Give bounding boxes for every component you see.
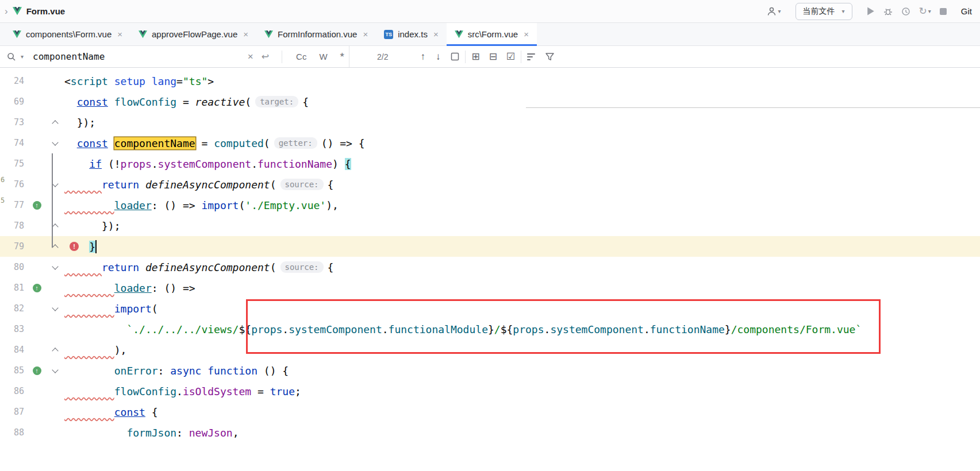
code-line[interactable]: 73 }); — [0, 112, 980, 133]
code-line[interactable]: 77↑ loader: () => import('./Empty.vue'), — [0, 195, 980, 215]
divider — [521, 51, 521, 63]
code-line[interactable]: 80 return defineAsyncComponent(source:{ — [0, 257, 980, 277]
code-line[interactable]: 24<script setup lang="ts"> — [0, 71, 980, 91]
code-text: return defineAsyncComponent(source:{ — [64, 261, 980, 273]
line-number: 82 — [0, 303, 28, 314]
filter-lines-icon[interactable] — [527, 53, 535, 60]
edge-digit: 6 — [1, 176, 5, 184]
find-in-selection-icon[interactable] — [451, 52, 459, 61]
rerun-icon: ↻ — [919, 5, 927, 17]
select-all-occurrences-button[interactable]: ☑ — [506, 51, 515, 63]
run-button[interactable] — [867, 7, 875, 16]
window-chevron-icon: › — [5, 6, 8, 17]
fold-up-icon[interactable] — [52, 223, 58, 230]
line-number: 79 — [0, 241, 28, 252]
editor-tab[interactable]: TSindex.ts× — [376, 23, 446, 45]
match-case-toggle[interactable]: Cc — [291, 52, 311, 61]
code-text: `./../../../views/${props.systemComponen… — [64, 323, 980, 335]
editor-tab[interactable]: approveFlowPage.vue× — [130, 23, 256, 45]
stop-button[interactable] — [940, 8, 947, 15]
collaborate-button[interactable]: ▾ — [767, 7, 781, 16]
close-icon[interactable]: × — [433, 29, 439, 39]
fold-up-icon[interactable] — [52, 244, 58, 250]
code-line[interactable]: 69 const flowConfig = reactive(target:{ — [0, 91, 980, 112]
editor-tab[interactable]: components\Form.vue× — [5, 23, 130, 45]
exclude-occurrence-button[interactable]: ⊟ — [489, 51, 497, 63]
fold-down-icon[interactable] — [52, 304, 58, 311]
tab-label: src\Form.vue — [468, 29, 518, 39]
close-icon[interactable]: × — [363, 29, 368, 39]
fold-down-icon[interactable] — [52, 139, 58, 145]
implements-member-icon[interactable]: ↑ — [33, 201, 41, 210]
debug-button[interactable] — [883, 7, 893, 16]
code-line[interactable]: 74 const componentName = computed(getter… — [0, 133, 980, 153]
close-icon[interactable]: × — [117, 29, 122, 39]
code-line[interactable]: 76 return defineAsyncComponent(source:{ — [0, 174, 980, 195]
editor-tab[interactable]: src\Form.vue× — [447, 23, 537, 45]
fold-up-icon[interactable] — [52, 348, 58, 354]
close-icon[interactable]: × — [524, 29, 529, 39]
typescript-icon: TS — [384, 30, 393, 39]
chevron-down-icon: ▾ — [778, 8, 781, 14]
line-number: 24 — [0, 76, 28, 86]
code-line[interactable]: 75 if (!props.systemComponent.functionNa… — [0, 153, 980, 174]
code-text: flowConfig.isOldSystem = true; — [64, 385, 980, 397]
code-text: loader: () => — [64, 282, 980, 294]
vue-icon — [264, 30, 273, 38]
code-line[interactable]: 86 flowConfig.isOldSystem = true; — [0, 381, 980, 401]
fold-down-icon[interactable] — [52, 180, 58, 187]
code-line[interactable]: 82 import( — [0, 298, 980, 319]
code-line[interactable]: 84 ), — [0, 339, 980, 360]
code-editor[interactable]: 24<script setup lang="ts">69 const flowC… — [0, 68, 980, 471]
git-menu[interactable]: Git — [961, 6, 972, 16]
profiler-button[interactable] — [901, 7, 910, 16]
code-line[interactable]: 81↑ loader: () => — [0, 277, 980, 298]
code-text: const flowConfig = reactive(target:{ — [64, 96, 519, 108]
clear-search-icon[interactable]: × — [243, 51, 258, 63]
code-line[interactable]: 87 const { — [0, 401, 980, 422]
line-number: 84 — [0, 345, 28, 355]
filter-icon[interactable] — [545, 53, 554, 61]
fold-down-icon[interactable] — [52, 263, 58, 269]
search-bar: ▾ componentName × ↩ Cc W * 2/2 ↑ ↓ ⊞ ⊟ ☑ — [0, 46, 980, 68]
regex-toggle[interactable]: * — [336, 51, 349, 63]
code-line[interactable]: 79 }! — [0, 236, 980, 257]
tab-label: approveFlowPage.vue — [152, 29, 237, 39]
code-text: const componentName = computed(getter:()… — [64, 137, 980, 149]
prev-match-button[interactable]: ↑ — [420, 51, 425, 63]
line-number: 73 — [0, 117, 28, 128]
add-occurrence-button[interactable]: ⊞ — [471, 51, 479, 63]
search-match-highlight: componentName — [114, 137, 195, 149]
vue-icon — [13, 30, 21, 38]
search-input[interactable]: componentName — [33, 51, 243, 62]
code-line[interactable]: 83 `./../../../views/${props.systemCompo… — [0, 319, 980, 339]
fold-down-icon[interactable] — [52, 366, 58, 373]
vue-icon — [139, 30, 147, 38]
code-line[interactable]: 88 formJson: newJson, — [0, 422, 980, 443]
results-count: 2/2 — [377, 52, 388, 61]
code-lines: 24<script setup lang="ts">69 const flowC… — [0, 68, 980, 443]
tab-bar: components\Form.vue×approveFlowPage.vue×… — [0, 23, 980, 46]
newline-icon[interactable]: ↩ — [258, 51, 272, 62]
edge-digit: 5 — [1, 196, 5, 204]
code-line[interactable]: 85↑ onError: async function () { — [0, 360, 980, 381]
whole-words-toggle[interactable]: W — [314, 52, 332, 61]
implements-member-icon[interactable]: ↑ — [33, 366, 41, 375]
line-number: 88 — [0, 427, 28, 438]
rerun-button[interactable]: ↻ ▾ — [919, 5, 931, 17]
implements-member-icon[interactable]: ↑ — [33, 284, 41, 292]
chevron-down-icon: ▾ — [928, 8, 931, 14]
fold-up-icon[interactable] — [52, 120, 58, 126]
close-icon[interactable]: × — [243, 29, 248, 39]
search-options-chevron-icon[interactable]: ▾ — [21, 53, 24, 60]
run-config-select[interactable]: 当前文件 ▾ — [795, 3, 852, 20]
code-line[interactable]: 78 }); — [0, 215, 980, 236]
code-text: const { — [64, 406, 980, 418]
line-number: 86 — [0, 386, 28, 396]
next-match-button[interactable]: ↓ — [436, 51, 441, 63]
error-icon[interactable]: ! — [70, 242, 79, 251]
search-icon[interactable] — [7, 52, 16, 61]
editor-tab[interactable]: FormInformation.vue× — [256, 23, 376, 45]
line-number: 78 — [0, 221, 28, 231]
search-field[interactable]: ▾ componentName × ↩ Cc W * — [0, 46, 349, 67]
